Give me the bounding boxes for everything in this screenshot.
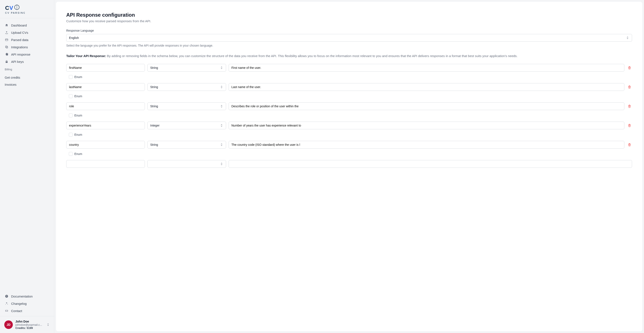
nav-api-response[interactable]: API response — [2, 51, 52, 58]
tailor-bold: Tailor Your API Response: — [66, 54, 106, 58]
schema-field-row: String — [66, 83, 632, 91]
field-type-select[interactable]: String — [148, 83, 226, 91]
chevron-updown-icon — [220, 124, 223, 127]
field-description-input[interactable] — [229, 122, 624, 129]
page-subtitle: Customize how you receive parsed respons… — [66, 19, 632, 23]
page-title: API Response configuration — [66, 12, 632, 18]
enum-label: Enum — [74, 94, 82, 98]
delete-field-button[interactable] — [627, 104, 632, 109]
sidebar: C V CV PARSING Dashboard Upload CVs Pars… — [0, 0, 54, 333]
enum-label: Enum — [74, 133, 82, 136]
nav-label: Changelog — [11, 302, 27, 306]
nav-parsed-data[interactable]: Parsed data — [2, 36, 52, 44]
billing-section-label: Billing — [2, 65, 52, 72]
enum-toggle-row: Enum — [66, 74, 632, 83]
field-description-input[interactable] — [229, 64, 624, 72]
logo: C V CV PARSING — [0, 0, 54, 18]
billing-nav: Get credits Invoices — [0, 74, 54, 88]
svg-rect-7 — [6, 46, 8, 48]
enum-toggle-row: Enum — [66, 93, 632, 102]
enum-checkbox[interactable] — [69, 94, 73, 98]
enum-toggle-row: Enum — [66, 151, 632, 160]
delete-field-button[interactable] — [627, 84, 632, 90]
svg-text:V: V — [10, 5, 13, 11]
sparkles-icon — [5, 302, 8, 306]
user-info: John Doe johndoe@yopmail.c... Credits: 5… — [16, 320, 44, 330]
lock-icon — [5, 60, 8, 64]
chevron-updown-icon — [220, 143, 223, 146]
svg-rect-5 — [5, 39, 8, 41]
user-email: johndoe@yopmail.c... — [16, 323, 44, 326]
enum-toggle-row: Enum — [66, 132, 632, 141]
enum-checkbox[interactable] — [69, 152, 73, 156]
enum-label: Enum — [74, 114, 82, 117]
field-name-input[interactable] — [66, 160, 145, 168]
bottom-nav: ? Documentation Changelog Contact — [0, 291, 54, 316]
nav-label: Upload CVs — [11, 31, 28, 34]
main-nav: Dashboard Upload CVs Parsed data Integra… — [0, 18, 54, 74]
enum-label: Enum — [74, 75, 82, 79]
select-value: English — [69, 36, 79, 40]
field-type-select[interactable] — [148, 160, 226, 168]
field-type-select[interactable]: Integer — [148, 122, 226, 129]
nav-invoices[interactable]: Invoices — [2, 81, 52, 88]
select-value: Integer — [150, 124, 160, 127]
field-name-input[interactable] — [66, 83, 145, 91]
select-value: String — [150, 143, 158, 146]
logo-icon: C V CV PARSING — [5, 4, 25, 14]
delete-field-button[interactable] — [627, 142, 632, 147]
nav-integrations[interactable]: Integrations — [2, 44, 52, 51]
response-language-help: Select the language you prefer for the A… — [66, 44, 632, 47]
field-description-input[interactable] — [229, 160, 632, 168]
nav-contact[interactable]: Contact — [2, 307, 52, 314]
field-name-input[interactable] — [66, 64, 145, 72]
nav-upload[interactable]: Upload CVs — [2, 29, 52, 36]
delete-field-button[interactable] — [627, 65, 632, 70]
field-type-select[interactable]: String — [148, 64, 226, 72]
select-value: String — [150, 85, 158, 89]
avatar: JD — [4, 320, 13, 329]
home-icon — [5, 23, 8, 27]
field-description-input[interactable] — [229, 83, 624, 91]
enum-checkbox[interactable] — [69, 133, 73, 136]
chevron-updown-icon — [220, 162, 223, 166]
delete-field-button[interactable] — [627, 123, 632, 128]
schema-field-row: String — [66, 64, 632, 72]
chevron-updown-icon — [220, 104, 223, 108]
user-name: John Doe — [16, 320, 44, 323]
field-description-input[interactable] — [229, 102, 624, 110]
chevron-updown-icon — [220, 66, 223, 70]
nav-label: Dashboard — [11, 24, 27, 27]
field-type-select[interactable]: String — [148, 102, 226, 110]
schema-field-row: Integer — [66, 122, 632, 129]
response-language-select[interactable]: English — [66, 34, 632, 42]
schema-field-row: String — [66, 141, 632, 148]
field-name-input[interactable] — [66, 102, 145, 110]
field-description-input[interactable] — [229, 141, 624, 148]
gear-icon — [5, 52, 8, 56]
field-name-input[interactable] — [66, 122, 145, 129]
svg-text:?: ? — [6, 295, 7, 297]
svg-text:C: C — [5, 5, 9, 11]
content-panel: API Response configuration Customize how… — [56, 2, 642, 331]
svg-rect-8 — [6, 46, 7, 48]
chevron-updown-icon — [626, 36, 629, 40]
user-menu[interactable]: JD John Doe johndoe@yopmail.c... Credits… — [0, 316, 54, 333]
nav-changelog[interactable]: Changelog — [2, 300, 52, 307]
chevron-updown-icon — [46, 323, 50, 326]
nav-label: Parsed data — [11, 38, 28, 42]
nav-dashboard[interactable]: Dashboard — [2, 22, 52, 29]
field-type-select[interactable]: String — [148, 141, 226, 148]
enum-checkbox[interactable] — [69, 75, 73, 79]
select-value: String — [150, 104, 158, 108]
enum-checkbox[interactable] — [69, 114, 73, 117]
nav-documentation[interactable]: ? Documentation — [2, 292, 52, 300]
main: API Response configuration Customize how… — [54, 0, 644, 333]
field-name-input[interactable] — [66, 141, 145, 148]
tailor-rest: By adding or removing fields in the sche… — [106, 54, 518, 58]
nav-api-keys[interactable]: API keys — [2, 58, 52, 65]
nav-get-credits[interactable]: Get credits — [2, 74, 52, 81]
card-icon — [5, 38, 8, 42]
help-icon: ? — [5, 294, 8, 298]
nav-label: API keys — [11, 60, 24, 64]
